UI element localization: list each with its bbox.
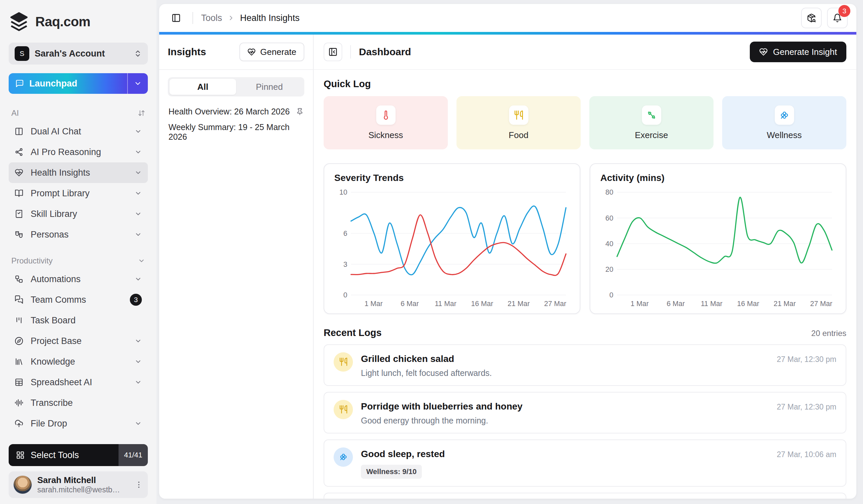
productivity-section-label: Productivity <box>11 256 53 266</box>
log-body: Good sleep, rested Wellness: 9/10 <box>361 448 769 479</box>
sidebar-item-prompt-library[interactable]: Prompt Library <box>9 183 148 204</box>
svg-text:80: 80 <box>605 188 613 196</box>
log-item[interactable]: Grilled chicken salad Light lunch, felt … <box>324 344 846 386</box>
breadcrumb-parent[interactable]: Tools <box>201 13 222 23</box>
user-name: Sarah Mitchell <box>37 475 129 486</box>
tab-pinned[interactable]: Pinned <box>236 79 303 95</box>
user-email: sarah.mitchell@westbur... <box>37 486 121 494</box>
log-item[interactable]: Morning walk <box>324 493 846 499</box>
activity-chart-card: Activity (mins) 0204060801 Mar6 Mar11 Ma… <box>590 163 846 314</box>
insight-list-item[interactable]: Weekly Summary: 19 - 25 March 2026 <box>163 122 309 142</box>
clover-icon <box>779 110 789 120</box>
insights-header: Insights Generate <box>159 35 313 70</box>
svg-text:6: 6 <box>343 230 347 237</box>
chart-title: Severity Trends <box>334 173 570 183</box>
sidebar-item-knowledge[interactable]: Knowledge <box>9 351 148 372</box>
severity-trends-chart-card: Severity Trends 036101 Mar6 Mar11 Mar16 … <box>324 163 580 314</box>
dumbbell-icon <box>647 110 656 120</box>
pin-icon[interactable] <box>296 108 304 115</box>
log-item[interactable]: Porridge with blueberries and honey Good… <box>324 392 846 434</box>
sidebar-toggle-button[interactable] <box>168 10 185 26</box>
svg-text:11 Mar: 11 Mar <box>701 300 723 308</box>
notification-badge: 3 <box>838 5 850 17</box>
sidebar-item-project-base[interactable]: Project Base <box>9 331 148 351</box>
audio-lines-icon <box>15 399 23 407</box>
log-item[interactable]: Good sleep, rested Wellness: 9/10 27 Mar… <box>324 439 846 487</box>
insights-list: Health Overview: 26 March 2026 Weekly Su… <box>159 96 313 147</box>
charts-row: Severity Trends 036101 Mar6 Mar11 Mar16 … <box>324 163 846 314</box>
compass-icon <box>15 337 23 345</box>
generate-insight-button[interactable]: Generate Insight <box>750 42 846 62</box>
insight-item-label: Weekly Summary: 19 - 25 March 2026 <box>168 122 304 142</box>
page-title: Dashboard <box>359 46 411 57</box>
user-meta: Sarah Mitchell sarah.mitchell@westbur... <box>37 475 129 494</box>
launchpad-button[interactable]: Launchpad <box>9 73 148 94</box>
chevron-down-icon <box>135 420 142 427</box>
activity-chart: 0204060801 Mar6 Mar11 Mar16 Mar21 Mar27 … <box>600 188 836 309</box>
sidebar-item-ai-pro-reasoning[interactable]: AI Pro Reasoning <box>9 142 148 162</box>
sidebar-item-label: Personas <box>30 230 127 240</box>
chevron-down-icon <box>135 231 142 238</box>
logo-icon <box>9 11 29 32</box>
svg-text:1 Mar: 1 Mar <box>365 300 383 308</box>
tab-all[interactable]: All <box>170 79 236 95</box>
sidebar-item-spreadsheet-ai[interactable]: Spreadsheet AI <box>9 372 148 392</box>
svg-text:60: 60 <box>605 214 613 222</box>
quick-log-food-button[interactable]: Food <box>456 96 581 150</box>
chat-bubble-icon <box>15 79 24 88</box>
svg-text:27 Mar: 27 Mar <box>544 300 566 308</box>
svg-text:21 Mar: 21 Mar <box>774 300 796 308</box>
sidebar-item-label: File Drop <box>30 418 127 429</box>
icon-tile <box>775 105 794 125</box>
account-switcher[interactable]: S Sarah's Account <box>9 42 148 65</box>
sidebar-item-skill-library[interactable]: Skill Library <box>9 204 148 224</box>
select-tools-count: 41/41 <box>118 444 148 466</box>
recent-logs-header: Recent Logs 20 entries <box>324 327 846 338</box>
select-tools-main[interactable]: Select Tools <box>9 444 118 466</box>
chart-title: Activity (mins) <box>600 173 836 183</box>
sidebar-item-task-board[interactable]: Task Board <box>9 310 148 331</box>
dashboard-scroll-area[interactable]: Quick Log Sickness <box>314 70 856 499</box>
icon-tile <box>642 105 661 125</box>
sidebar-item-personas[interactable]: Personas <box>9 224 148 245</box>
sidebar-item-file-drop[interactable]: File Drop <box>9 413 148 434</box>
user-card[interactable]: Sarah Mitchell sarah.mitchell@westbur... <box>9 471 148 498</box>
generate-label: Generate <box>260 47 296 57</box>
sidebar-item-dual-ai-chat[interactable]: Dual AI Chat <box>9 121 148 142</box>
sidebar-item-transcribe[interactable]: Transcribe <box>9 392 148 413</box>
tool-search-button[interactable] <box>801 8 822 28</box>
svg-text:21 Mar: 21 Mar <box>508 300 530 308</box>
account-avatar: S <box>15 46 29 61</box>
sidebar-item-automations[interactable]: Automations <box>9 269 148 289</box>
quick-log-exercise-button[interactable]: Exercise <box>589 96 713 150</box>
sidebar-item-team-comms[interactable]: Team Comms 3 <box>9 289 148 310</box>
insights-title: Insights <box>168 46 206 57</box>
productivity-section-header[interactable]: Productivity <box>11 256 145 266</box>
kebab-menu-icon[interactable] <box>135 480 143 489</box>
collapse-panel-button[interactable] <box>324 42 342 61</box>
insight-list-item[interactable]: Health Overview: 26 March 2026 <box>163 102 309 121</box>
quick-log-sickness-button[interactable]: Sickness <box>324 96 448 150</box>
content: Insights Generate All Pinned Health Over… <box>159 35 856 499</box>
launchpad-label: Launchpad <box>29 78 77 89</box>
chevron-down-icon <box>135 210 142 218</box>
generate-button[interactable]: Generate <box>239 42 304 61</box>
sidebar-item-label: Skill Library <box>30 209 127 219</box>
select-tools-button[interactable]: Select Tools 41/41 <box>9 444 148 466</box>
launchpad-main[interactable]: Launchpad <box>9 73 127 94</box>
sidebar-item-label: AI Pro Reasoning <box>30 147 127 157</box>
quick-log-wellness-button[interactable]: Wellness <box>722 96 846 150</box>
chevron-down-icon <box>135 337 142 345</box>
sidebar-item-health-insights[interactable]: Health Insights <box>9 162 148 183</box>
utensils-icon <box>339 405 348 414</box>
generate-insight-label: Generate Insight <box>773 47 837 57</box>
book-open-icon <box>15 189 23 198</box>
log-title: Porridge with blueberries and honey <box>361 401 769 412</box>
main-wrap: Tools Health Insights 3 <box>157 0 863 504</box>
insights-tabs: All Pinned <box>168 77 304 96</box>
launchpad-dropdown-toggle[interactable] <box>127 73 148 94</box>
sort-icon[interactable] <box>138 109 145 117</box>
recent-logs-list: Grilled chicken salad Light lunch, felt … <box>324 344 846 499</box>
notifications-button[interactable]: 3 <box>827 8 848 28</box>
insight-item-label: Health Overview: 26 March 2026 <box>168 107 290 116</box>
